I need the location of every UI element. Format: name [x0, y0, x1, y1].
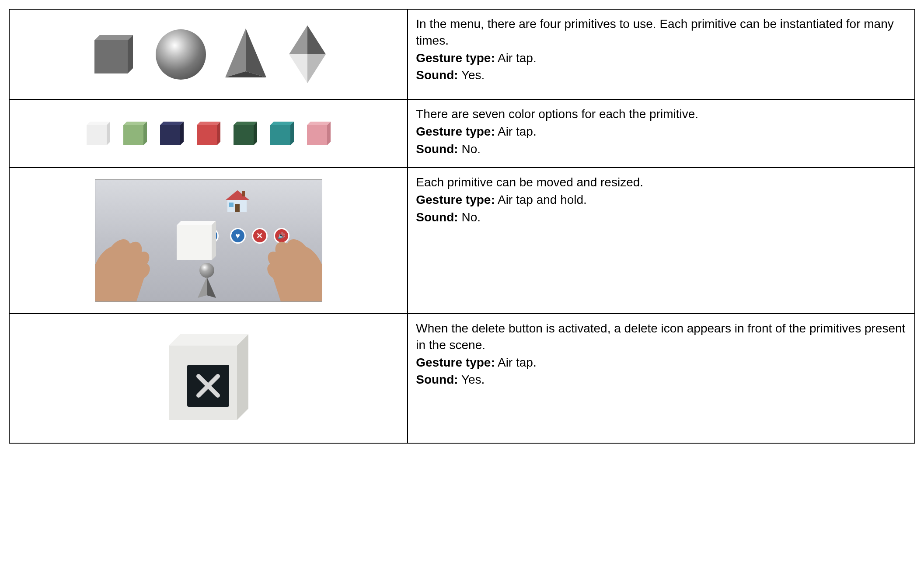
- sound-label: Sound:: [416, 68, 458, 82]
- row4-image-cell: [9, 314, 408, 443]
- color-options-row: [17, 105, 399, 162]
- svg-marker-9: [307, 54, 326, 83]
- gesture-value: Air tap.: [498, 51, 537, 65]
- gesture-value: Air tap.: [498, 125, 537, 138]
- svg-marker-13: [123, 122, 147, 125]
- svg-marker-7: [307, 25, 326, 54]
- left-hand-icon: [95, 211, 169, 302]
- svg-marker-3: [225, 28, 246, 77]
- scene-cube-icon: [174, 219, 222, 267]
- row1-image-cell: [9, 9, 408, 99]
- svg-marker-6: [289, 25, 307, 54]
- svg-marker-39: [198, 277, 207, 298]
- right-hand-icon: [248, 211, 322, 302]
- row3-image-cell: + ⟳ ♥ ✕ 🔊: [9, 168, 408, 314]
- svg-marker-41: [169, 334, 248, 346]
- row1-description: In the menu, there are four primitives t…: [416, 16, 907, 49]
- svg-marker-40: [207, 277, 216, 298]
- table-row: When the delete button is activated, a d…: [9, 314, 915, 443]
- gesture-value: Air tap.: [498, 356, 537, 369]
- gesture-label: Gesture type:: [416, 356, 495, 369]
- gesture-label: Gesture type:: [416, 51, 495, 65]
- scene-sphere-icon: [199, 263, 214, 278]
- primitives-feature-table: In the menu, there are four primitives t…: [9, 9, 915, 444]
- gesture-label: Gesture type:: [416, 193, 495, 206]
- color-cube-lightgreen: [120, 118, 150, 149]
- gesture-label: Gesture type:: [416, 125, 495, 138]
- table-row: In the menu, there are four primitives t…: [9, 9, 915, 99]
- row2-description: There are seven color options for each t…: [416, 106, 907, 122]
- primitives-row: [17, 15, 399, 94]
- svg-marker-18: [180, 122, 184, 145]
- cube-icon: [87, 28, 140, 80]
- svg-rect-36: [177, 225, 212, 260]
- svg-rect-11: [87, 125, 107, 145]
- color-cube-navy: [157, 118, 187, 149]
- svg-marker-43: [237, 334, 248, 420]
- svg-rect-20: [197, 125, 217, 145]
- octahedron-icon: [286, 24, 329, 85]
- color-cube-white: [83, 118, 114, 149]
- svg-marker-24: [254, 122, 257, 145]
- delete-cube-icon: [158, 328, 259, 429]
- svg-marker-30: [327, 122, 331, 145]
- table-row: + ⟳ ♥ ✕ 🔊: [9, 168, 915, 314]
- color-cube-darkgreen: [230, 118, 261, 149]
- svg-marker-0: [94, 35, 133, 40]
- row3-text-cell: Each primitive can be moved and resized.…: [408, 168, 915, 314]
- sound-label: Sound:: [416, 373, 458, 386]
- svg-rect-29: [307, 125, 327, 145]
- svg-marker-32: [226, 190, 249, 200]
- row4-text-cell: When the delete button is activated, a d…: [408, 314, 915, 443]
- svg-marker-25: [270, 122, 294, 125]
- svg-marker-21: [217, 122, 220, 145]
- row2-text-cell: There are seven color options for each t…: [408, 99, 915, 168]
- svg-rect-26: [270, 125, 290, 145]
- row2-image-cell: [9, 99, 408, 168]
- svg-rect-17: [160, 125, 180, 145]
- svg-marker-27: [290, 122, 294, 145]
- sound-value: No.: [461, 142, 481, 156]
- sound-label: Sound:: [416, 142, 458, 156]
- svg-marker-4: [246, 28, 266, 77]
- row1-text-cell: In the menu, there are four primitives t…: [408, 9, 915, 99]
- svg-rect-33: [242, 191, 245, 196]
- house-icon: [222, 188, 253, 214]
- svg-marker-12: [107, 122, 110, 145]
- svg-rect-34: [235, 204, 240, 212]
- svg-marker-8: [289, 54, 307, 83]
- color-cube-red: [193, 118, 224, 149]
- svg-marker-10: [87, 122, 110, 125]
- svg-rect-23: [234, 125, 254, 145]
- svg-rect-1: [94, 40, 128, 73]
- color-cube-teal: [267, 118, 297, 149]
- svg-marker-16: [160, 122, 184, 125]
- svg-marker-38: [212, 221, 216, 260]
- svg-rect-35: [229, 203, 234, 207]
- table-row: There are seven color options for each t…: [9, 99, 915, 168]
- gesture-value: Air tap and hold.: [498, 193, 587, 206]
- svg-marker-15: [143, 122, 147, 145]
- pyramid-icon: [222, 26, 270, 83]
- heart-icon[interactable]: ♥: [230, 228, 246, 244]
- color-cube-pink: [303, 118, 334, 149]
- svg-rect-14: [123, 125, 143, 145]
- sound-value: Yes.: [461, 373, 485, 386]
- sphere-icon: [156, 29, 206, 80]
- sound-label: Sound:: [416, 210, 458, 224]
- row3-description: Each primitive can be moved and resized.: [416, 174, 907, 191]
- svg-marker-37: [177, 221, 216, 225]
- sound-value: Yes.: [461, 68, 485, 82]
- scene-pyramid-icon: [196, 276, 218, 301]
- row4-description: When the delete button is activated, a d…: [416, 320, 907, 353]
- svg-marker-28: [307, 122, 331, 125]
- svg-marker-22: [234, 122, 257, 125]
- sound-value: No.: [461, 210, 481, 224]
- svg-marker-19: [197, 122, 220, 125]
- ar-scene-screenshot: + ⟳ ♥ ✕ 🔊: [95, 179, 322, 302]
- svg-marker-2: [128, 35, 133, 73]
